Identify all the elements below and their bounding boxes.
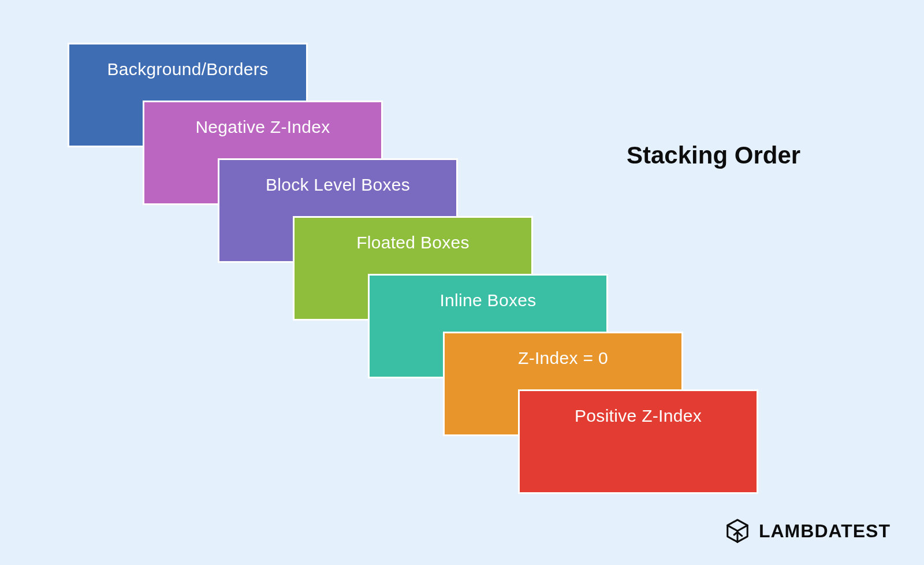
brand-text: LAMBDATEST <box>759 521 891 542</box>
stacking-layer-6: Positive Z-Index <box>520 391 757 492</box>
diagram-title: Stacking Order <box>627 142 800 169</box>
lambdatest-logo-icon <box>724 518 751 544</box>
diagram-stage: Stacking Order LAMBDATEST Background/Bor… <box>0 0 924 565</box>
brand-badge: LAMBDATEST <box>724 518 891 544</box>
